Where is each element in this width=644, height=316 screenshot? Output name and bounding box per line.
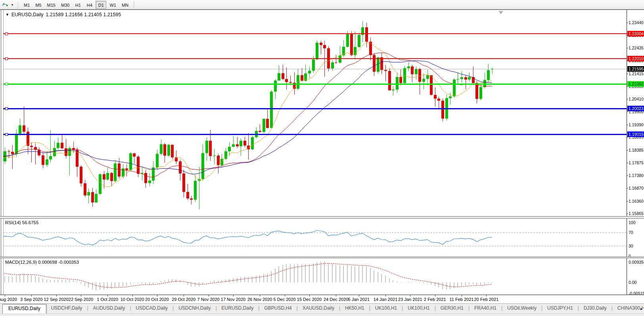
chart-tab-usoil-weekly[interactable]: USOil,Weekly xyxy=(502,304,541,313)
chart-tab-dj30-daily[interactable]: DJ30,Daily xyxy=(579,304,611,313)
period-button-mn[interactable]: MN xyxy=(119,1,131,9)
tab-scroll-left-icon[interactable]: ◂ xyxy=(634,306,636,311)
price-tick-mark xyxy=(627,23,628,23)
chart-title: ▼ EURUSD,Daily 1.21589 1.21656 1.21405 1… xyxy=(6,12,121,17)
hline-handle[interactable] xyxy=(5,83,8,86)
window-menu-icon[interactable]: ▼ xyxy=(6,13,9,17)
chart-tab-usdchf-daily[interactable]: USDCHF,Daily xyxy=(46,304,87,313)
date-tick-label: 29 Oct 2020 xyxy=(172,297,196,302)
mt4-terminal: ▾ M1M5M15M30H1H4D1W1MN ▼ EURUSD,Daily 1.… xyxy=(0,0,644,316)
date-tick-mark xyxy=(5,295,5,297)
chart-tab-xauusd-daily[interactable]: XAUUSD,Daily xyxy=(298,304,339,313)
price-tick-label: 1.20410 xyxy=(629,97,644,101)
price-tick-mark xyxy=(627,125,628,125)
chart-tab-usdcad-daily[interactable]: USDCAD,Daily xyxy=(131,304,172,313)
macd-indicator-label: MACD(12,26,9) 0.000698 -0.000353 xyxy=(5,260,79,265)
date-tick-mark xyxy=(209,295,209,297)
date-tick-mark xyxy=(385,295,386,297)
hline-handle[interactable] xyxy=(5,32,8,35)
date-tick-label: 17 Nov 2020 xyxy=(221,297,245,302)
macd-panel-chart[interactable] xyxy=(3,258,627,295)
date-tick-label: 2 Feb 2021 xyxy=(424,297,446,302)
chart-windows-icon-svg xyxy=(2,2,8,8)
date-tick-mark xyxy=(132,295,133,297)
panel-splitter-macd[interactable] xyxy=(0,257,644,258)
price-line-label: 1.21595 xyxy=(627,66,644,72)
chart-tab-uk100-h1[interactable]: UK100,H1 xyxy=(370,304,402,313)
price-tick-label: 1.16360 xyxy=(629,199,644,204)
toolbar-grip[interactable] xyxy=(17,1,19,8)
chevron-down-icon[interactable]: ▾ xyxy=(10,3,15,7)
date-tick-label: 11 Feb 2021 xyxy=(450,297,474,302)
price-tick-mark xyxy=(627,188,628,188)
period-button-h1[interactable]: H1 xyxy=(73,1,83,9)
chart-tab-uk100-h1[interactable]: UK100,H1 xyxy=(403,304,434,313)
price-axis[interactable]: 1.234401.229301.224351.219251.214151.209… xyxy=(627,10,644,295)
period-button-m5[interactable]: M5 xyxy=(33,1,44,9)
chart-windows-icon[interactable] xyxy=(1,1,10,9)
price-tick-mark xyxy=(627,175,628,176)
chart-tab-fra40-h1[interactable]: FRA40,H1 xyxy=(470,304,501,313)
macd-axis-label: 0.00 xyxy=(629,280,636,285)
date-tick-mark xyxy=(81,295,81,297)
period-button-m1[interactable]: M1 xyxy=(21,1,32,9)
date-tick-mark xyxy=(285,295,285,297)
period-button-m30[interactable]: M30 xyxy=(59,1,72,9)
tab-scroll-right-icon[interactable]: ▸ xyxy=(640,306,642,311)
date-tick-mark xyxy=(184,295,184,297)
price-tick-mark xyxy=(627,150,628,150)
date-tick-mark xyxy=(107,295,108,297)
period-button-h4[interactable]: H4 xyxy=(84,1,95,9)
date-tick-mark xyxy=(486,295,487,297)
panel-splitter-rsi[interactable] xyxy=(0,216,644,219)
chart-tab-ger30-h1[interactable]: GER30,H1 xyxy=(436,304,468,313)
hline-handle[interactable] xyxy=(5,57,8,60)
period-button-w1[interactable]: W1 xyxy=(107,1,119,9)
date-tick-label: 24 Dec 2020 xyxy=(324,297,348,302)
chart-window-border-left xyxy=(1,10,1,303)
period-button-d1[interactable]: D1 xyxy=(96,1,106,9)
toolbar-separator xyxy=(134,1,134,8)
chart-shift-marker-icon[interactable] xyxy=(498,11,503,14)
date-tick-label: 3 Sep 2020 xyxy=(20,297,42,302)
price-tick-mark xyxy=(627,213,628,214)
date-axis[interactable]: 25 Aug 20203 Sep 202012 Sep 202022 Sep 2… xyxy=(0,295,644,303)
price-tick-label: 1.18385 xyxy=(629,148,644,152)
status-strip xyxy=(0,314,644,316)
date-tick-mark xyxy=(309,295,310,297)
tab-scroll-buttons: ◂ ▸ xyxy=(634,306,642,311)
date-tick-label: 25 Aug 2020 xyxy=(0,297,17,302)
chart-tab-eurusd-daily[interactable]: EURUSD,Daily xyxy=(217,304,259,313)
price-line-label: 1.19015 xyxy=(627,131,644,137)
price-tick-label: 1.19390 xyxy=(629,122,644,127)
chart-tab-usdjpy-h1[interactable]: USDJPY,H1 xyxy=(542,304,577,313)
date-tick-mark xyxy=(233,295,234,297)
price-tick-label: 1.22435 xyxy=(629,46,644,50)
date-tick-label: 5 Dec 2020 xyxy=(273,297,295,302)
chart-ohlc-quote: 1.21589 1.21656 1.21405 1.21595 xyxy=(46,12,121,17)
date-tick-mark xyxy=(359,295,359,297)
price-tick-label: 1.23440 xyxy=(629,20,644,25)
chart-tab-audusd-daily[interactable]: AUDUSD,Daily xyxy=(88,304,130,313)
chart-tab-eurusd-daily[interactable]: EURUSD,Daily xyxy=(2,304,46,314)
rsi-panel-chart[interactable] xyxy=(3,219,627,257)
chart-tab-hk50-h1[interactable]: HK50,H1 xyxy=(340,304,369,313)
hline-handle[interactable] xyxy=(5,133,8,136)
price-tick-mark xyxy=(627,99,628,99)
date-tick-label: 5 Jan 2021 xyxy=(348,297,370,302)
hline-handle[interactable] xyxy=(5,107,8,110)
price-line-label: 1.23004 xyxy=(627,31,644,36)
period-buttons: M1M5M15M30H1H4D1W1MN xyxy=(21,0,131,9)
date-tick-label: 7 Nov 2020 xyxy=(197,297,219,302)
date-tick-label: 26 Nov 2020 xyxy=(247,297,272,302)
date-tick-label: 23 Jan 2021 xyxy=(398,297,422,302)
main-price-chart[interactable] xyxy=(3,10,627,216)
chart-tab-usdcnh-daily[interactable]: USDCNH,Daily xyxy=(174,304,215,313)
price-line-label: 1.22010 xyxy=(627,56,644,61)
price-tick-mark xyxy=(627,201,628,202)
chart-symbol-label: EURUSD,Daily xyxy=(12,12,44,17)
date-tick-mark xyxy=(410,295,410,297)
rsi-level-label: 100 xyxy=(629,220,636,225)
chart-tab-gbpusd-h4[interactable]: GBPUSD,H4 xyxy=(259,304,296,313)
period-button-m15[interactable]: M15 xyxy=(45,1,58,9)
